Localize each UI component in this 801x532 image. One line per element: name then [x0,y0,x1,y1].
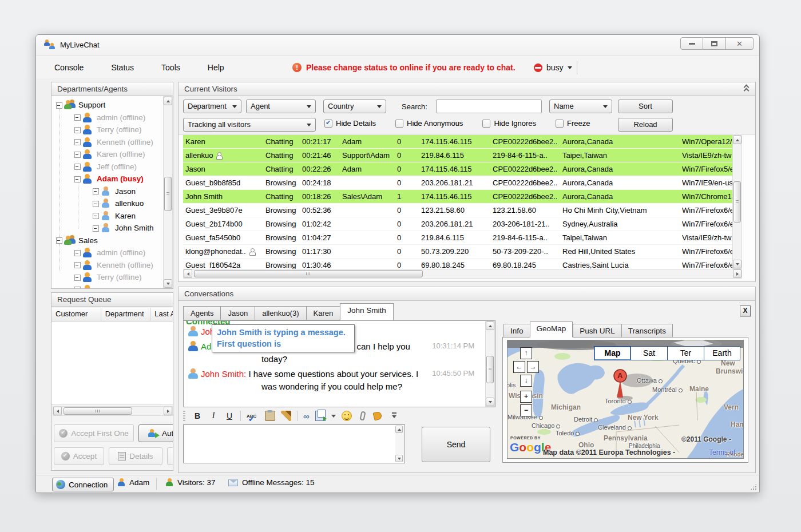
accept-first-one-button[interactable]: Accept First One [54,424,134,442]
toolbar-drag-handle[interactable] [183,411,185,421]
zoom-in-button[interactable]: + [520,391,532,403]
tree-expander[interactable] [73,162,82,171]
connection-button[interactable]: Connection [52,478,114,491]
details-button[interactable]: Details [109,447,162,465]
visitor-row[interactable]: John Smith Chatting 00:18:26 Sales\Adam … [183,190,732,204]
tree-expander[interactable] [55,101,64,110]
map-type-button[interactable]: Sat [631,346,667,360]
tree-item[interactable]: admin (offline) [51,112,163,124]
reload-button[interactable]: Reload [618,118,673,132]
push-page-dropdown-icon[interactable] [331,415,336,418]
tree-item[interactable]: Kenneth (offline) [51,259,163,272]
tree-expander[interactable] [92,224,101,233]
toolbar-overflow-icon[interactable] [391,411,399,421]
filter-checkbox[interactable]: Hide Anonymous [395,119,463,128]
buzz-icon[interactable] [372,411,382,420]
tree-item[interactable]: Adam (busy) [51,173,163,185]
tree-item[interactable]: Jason [51,185,163,198]
tree-item[interactable]: allenkuo [51,197,163,210]
tree-expander[interactable] [92,199,101,208]
paste-icon[interactable] [265,411,275,421]
map-type-button[interactable]: Earth [704,346,740,360]
underline-button[interactable]: U [224,411,235,420]
attachment-icon[interactable] [359,411,366,420]
tree-expander[interactable] [73,113,82,122]
spellcheck-button[interactable]: ABC [247,414,259,419]
input-scrollbar[interactable] [395,426,404,462]
pan-up-button[interactable]: ↑ [520,347,532,359]
queue-list[interactable] [51,321,173,405]
tree-expander[interactable] [73,150,82,159]
tree-expander[interactable] [73,248,82,257]
map-type-button[interactable]: Ter [667,346,704,360]
send-button[interactable]: Send [422,427,490,462]
queue-column-header[interactable]: Last Agent [150,308,173,321]
tree-item[interactable]: admin (offline) [51,247,163,259]
tree-item[interactable]: Karen [51,210,163,223]
tree-expander[interactable] [73,285,82,288]
menu-item[interactable]: Console [51,61,87,74]
conversation-tab[interactable]: allenkuo(3) [255,306,306,320]
tree-expander[interactable] [92,211,101,220]
menu-item[interactable]: Status [108,61,137,74]
conversation-tab[interactable]: Jason [220,306,255,320]
menu-item[interactable]: Tools [158,61,184,74]
tree-expander[interactable] [73,273,82,282]
tree-item[interactable] [51,284,163,289]
tree-item[interactable]: Support [51,99,163,112]
format-brush-icon[interactable] [281,411,291,421]
chat-scrollbar[interactable] [485,321,495,407]
agent-filter[interactable]: Agent [246,100,316,113]
department-filter[interactable]: Department [183,100,241,113]
visitor-row[interactable]: Guest_2b174b00 Browsing 01:02:42 0 203.2… [183,217,732,231]
visitor-row[interactable]: Guest_3e9b807e Browsing 00:52:36 0 123.2… [183,204,732,217]
sort-button[interactable]: Sort [618,100,673,113]
title-bar[interactable]: MyLiveChat ✕ [36,35,759,55]
queue-column-header[interactable]: Department [101,308,151,321]
tree-item[interactable]: Sales [51,235,163,247]
tree-expander[interactable] [92,186,101,196]
detail-tab[interactable]: Push URL [573,324,621,338]
pan-right-button[interactable]: → [527,361,539,373]
detail-tab[interactable]: Info [503,324,530,338]
accept-button[interactable]: Accept [54,447,104,465]
auto-accept-button[interactable]: Auto Accept [138,424,173,442]
visitor-row[interactable]: Guest_b9b8f85d Browsing 00:24:18 0 203.2… [183,176,732,190]
pan-left-button[interactable]: ← [513,361,525,373]
queue-hscrollbar[interactable] [53,406,173,416]
terms-of-use-link[interactable]: Terms of Use [709,448,743,459]
visitor-row[interactable]: allenkuo Chatting 00:21:46 Support\Adam … [183,149,732,162]
tree-item[interactable]: Kenneth (offline) [51,136,163,149]
tree-expander[interactable] [73,174,82,184]
tree-expander[interactable] [55,236,64,245]
insert-link-icon[interactable]: ∞ [303,411,310,421]
conversation-tab[interactable]: John Smith [340,303,394,320]
italic-button[interactable]: I [208,411,219,420]
close-button[interactable]: ✕ [726,37,754,50]
conversation-tab[interactable]: Karen [306,306,340,320]
tree-item[interactable]: Karen (offline) [51,148,163,161]
bold-button[interactable]: B [192,411,203,420]
tree-expander[interactable] [73,137,82,146]
country-filter[interactable]: Country [323,100,386,113]
visitors-vscrollbar[interactable] [732,135,742,269]
agent-status-dropdown[interactable]: busy [529,60,577,75]
visitor-row[interactable]: Guest_f160542a Browsing 01:30:46 0 69.80… [183,259,732,269]
pan-down-button[interactable]: ↓ [520,375,532,387]
visitor-row[interactable]: Guest_fa5450b0 Browsing 01:04:27 0 219.8… [183,231,732,245]
visitor-row[interactable]: klong@phonedat.. Browsing 01:17:30 0 50.… [183,245,732,259]
minimize-button[interactable] [680,37,703,50]
close-conversation-button[interactable]: X [740,305,751,316]
maximize-button[interactable] [703,37,726,50]
map-type-button[interactable]: Map [594,346,631,360]
filter-checkbox[interactable]: Hide Ignores [482,119,536,128]
filter-checkbox[interactable]: Hide Details [324,119,376,128]
emoticon-icon[interactable] [342,411,352,421]
tree-item[interactable]: Terry (offline) [51,271,163,284]
visitor-row[interactable]: Jason Chatting 00:22:26 Adam 0 174.115.4… [183,162,732,176]
visitor-row[interactable]: Karen Chatting 00:21:17 Adam 0 174.115.4… [183,135,732,149]
extra-button[interactable] [167,447,173,465]
message-input[interactable] [183,424,405,463]
tree-item[interactable]: Terry (offline) [51,124,163,136]
filter-checkbox[interactable]: Freeze [556,119,590,128]
